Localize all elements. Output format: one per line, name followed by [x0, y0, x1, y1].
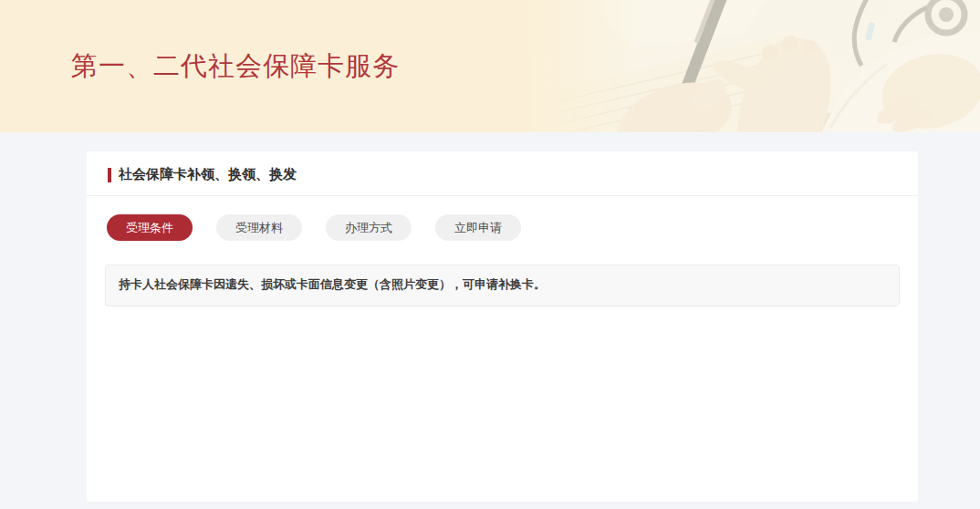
tab-processing-method[interactable]: 办理方式	[326, 214, 412, 241]
photo-left-fade	[529, 0, 639, 132]
card-header: 社会保障卡补领、换领、换发	[87, 151, 918, 196]
page-title: 第一、二代社会保障卡服务	[71, 48, 400, 85]
page-banner: 第一、二代社会保障卡服务	[0, 0, 980, 132]
tab-bar: 受理条件 受理材料 办理方式 立即申请	[87, 196, 918, 241]
main-content: 社会保障卡补领、换领、换发 受理条件 受理材料 办理方式 立即申请 持卡人社会保…	[0, 132, 980, 502]
notice-box: 持卡人社会保障卡因遗失、损坏或卡面信息变更（含照片变更），可申请补换卡。	[105, 265, 900, 306]
tab-acceptance-conditions[interactable]: 受理条件	[107, 214, 193, 241]
tab-required-materials[interactable]: 受理材料	[216, 214, 302, 241]
tab-apply-now[interactable]: 立即申请	[435, 214, 521, 241]
service-card: 社会保障卡补领、换领、换发 受理条件 受理材料 办理方式 立即申请 持卡人社会保…	[87, 151, 918, 502]
title-accent-bar	[108, 168, 111, 182]
card-title: 社会保障卡补领、换领、换发	[119, 166, 297, 183]
banner-photo-illustration	[529, 0, 980, 132]
notice-text: 持卡人社会保障卡因遗失、损坏或卡面信息变更（含照片变更），可申请补换卡。	[119, 277, 886, 292]
